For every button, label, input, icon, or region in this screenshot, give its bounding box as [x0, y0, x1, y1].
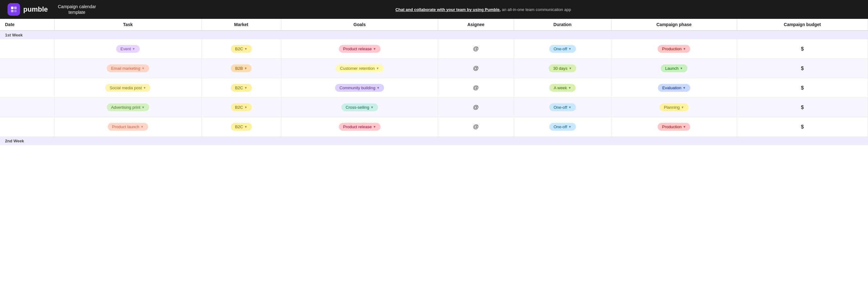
cell-duration-0-1[interactable]: 30 days ▼ [514, 59, 611, 78]
cell-budget-0-4: $ [737, 117, 868, 137]
cell-duration-0-3[interactable]: One-off ▼ [514, 98, 611, 117]
dropdown-arrow: ▼ [132, 47, 135, 51]
week-label-1: 2nd Week [0, 137, 868, 145]
cell-market-0-2[interactable]: B2C ▼ [201, 78, 281, 98]
cell-task-0-2[interactable]: Social media post ▼ [54, 78, 201, 98]
cell-phase-0-0[interactable]: Production ▼ [611, 39, 737, 59]
market-pill[interactable]: B2C ▼ [231, 84, 252, 92]
market-pill[interactable]: B2B ▼ [231, 64, 252, 72]
cell-asignee-0-3: @ [438, 98, 514, 117]
cell-goals-0-2[interactable]: Community building ▼ [281, 78, 438, 98]
table-row: Advertising print ▼B2C ▼Cross-selling ▼@… [0, 98, 868, 117]
duration-pill[interactable]: A week ▼ [549, 84, 576, 92]
cell-market-0-0[interactable]: B2C ▼ [201, 39, 281, 59]
budget-value: $ [801, 124, 804, 130]
dropdown-arrow: ▼ [244, 125, 247, 129]
dropdown-arrow: ▼ [681, 106, 684, 109]
table-row: Product launch ▼B2C ▼Product release ▼@O… [0, 117, 868, 137]
cell-goals-0-3[interactable]: Cross-selling ▼ [281, 98, 438, 117]
duration-pill[interactable]: One-off ▼ [549, 45, 576, 53]
cell-task-0-0[interactable]: Event ▼ [54, 39, 201, 59]
cell-market-0-4[interactable]: B2C ▼ [201, 117, 281, 137]
dropdown-arrow: ▼ [376, 86, 380, 90]
task-pill[interactable]: Event ▼ [116, 45, 140, 53]
cell-goals-0-4[interactable]: Product release ▼ [281, 117, 438, 137]
asignee-at: @ [473, 65, 478, 71]
budget-value: $ [801, 46, 804, 52]
dropdown-arrow: ▼ [373, 47, 376, 51]
col-market: Market [201, 19, 281, 30]
market-pill[interactable]: B2C ▼ [231, 123, 252, 131]
table-header: Date Task Market Goals Asignee Duration … [0, 19, 868, 30]
asignee-at: @ [473, 46, 478, 52]
week-label-text-1: 2nd Week [0, 137, 868, 145]
duration-pill[interactable]: 30 days ▼ [549, 64, 576, 72]
cell-date-0-0 [0, 39, 54, 59]
cell-asignee-0-0: @ [438, 39, 514, 59]
goals-pill[interactable]: Product release ▼ [339, 123, 381, 131]
col-goals: Goals [281, 19, 438, 30]
phase-pill[interactable]: Evaluation ▼ [658, 84, 690, 92]
budget-value: $ [801, 85, 804, 90]
cell-date-0-4 [0, 117, 54, 137]
pumble-logo-icon [7, 3, 20, 16]
phase-pill[interactable]: Production ▼ [658, 45, 690, 53]
promo-text: Chat and collaborate with your team by u… [106, 7, 861, 12]
cell-phase-0-4[interactable]: Production ▼ [611, 117, 737, 137]
table-body: 1st WeekEvent ▼B2C ▼Product release ▼@On… [0, 30, 868, 145]
cell-goals-0-0[interactable]: Product release ▼ [281, 39, 438, 59]
col-date: Date [0, 19, 54, 30]
promo-link[interactable]: Chat and collaborate with your team by u… [395, 7, 501, 12]
dropdown-arrow: ▼ [568, 106, 571, 109]
cell-date-0-1 [0, 59, 54, 78]
dropdown-arrow: ▼ [376, 67, 379, 70]
col-task: Task [54, 19, 201, 30]
goals-pill[interactable]: Product release ▼ [339, 45, 381, 53]
cell-budget-0-2: $ [737, 78, 868, 98]
cell-duration-0-2[interactable]: A week ▼ [514, 78, 611, 98]
goals-pill[interactable]: Customer retention ▼ [336, 64, 383, 72]
cell-date-0-3 [0, 98, 54, 117]
cell-budget-0-3: $ [737, 98, 868, 117]
dropdown-arrow: ▼ [142, 67, 145, 70]
phase-pill[interactable]: Planning ▼ [659, 104, 689, 111]
market-pill[interactable]: B2C ▼ [231, 104, 252, 111]
duration-pill[interactable]: One-off ▼ [549, 104, 576, 111]
market-pill[interactable]: B2C ▼ [231, 45, 252, 53]
duration-pill[interactable]: One-off ▼ [549, 123, 576, 131]
cell-duration-0-4[interactable]: One-off ▼ [514, 117, 611, 137]
cell-phase-0-2[interactable]: Evaluation ▼ [611, 78, 737, 98]
dropdown-arrow: ▼ [680, 67, 683, 70]
top-header: pumble Campaign calendar template Chat a… [0, 0, 868, 19]
table-row: Social media post ▼B2C ▼Community buildi… [0, 78, 868, 98]
cell-duration-0-0[interactable]: One-off ▼ [514, 39, 611, 59]
task-pill[interactable]: Product launch ▼ [108, 123, 148, 131]
cell-goals-0-1[interactable]: Customer retention ▼ [281, 59, 438, 78]
cell-market-0-3[interactable]: B2C ▼ [201, 98, 281, 117]
dropdown-arrow: ▼ [568, 47, 571, 51]
cell-task-0-3[interactable]: Advertising print ▼ [54, 98, 201, 117]
table-container: Date Task Market Goals Asignee Duration … [0, 19, 868, 145]
cell-date-0-2 [0, 78, 54, 98]
asignee-at: @ [473, 123, 478, 130]
dropdown-arrow: ▼ [244, 106, 247, 109]
phase-pill[interactable]: Production ▼ [658, 123, 690, 131]
dropdown-arrow: ▼ [141, 125, 144, 129]
task-pill[interactable]: Advertising print ▼ [107, 104, 149, 111]
task-pill[interactable]: Social media post ▼ [105, 84, 151, 92]
cell-task-0-4[interactable]: Product launch ▼ [54, 117, 201, 137]
cell-task-0-1[interactable]: Email marketing ▼ [54, 59, 201, 78]
dropdown-arrow: ▼ [683, 125, 686, 129]
budget-value: $ [801, 66, 804, 71]
svg-rect-3 [14, 10, 17, 12]
phase-pill[interactable]: Launch ▼ [661, 64, 687, 72]
asignee-at: @ [473, 85, 478, 91]
col-budget: Campaign budget [737, 19, 868, 30]
goals-pill[interactable]: Cross-selling ▼ [341, 104, 378, 111]
budget-value: $ [801, 105, 804, 110]
cell-phase-0-3[interactable]: Planning ▼ [611, 98, 737, 117]
goals-pill[interactable]: Community building ▼ [335, 84, 384, 92]
cell-market-0-1[interactable]: B2B ▼ [201, 59, 281, 78]
task-pill[interactable]: Email marketing ▼ [107, 64, 149, 72]
cell-phase-0-1[interactable]: Launch ▼ [611, 59, 737, 78]
